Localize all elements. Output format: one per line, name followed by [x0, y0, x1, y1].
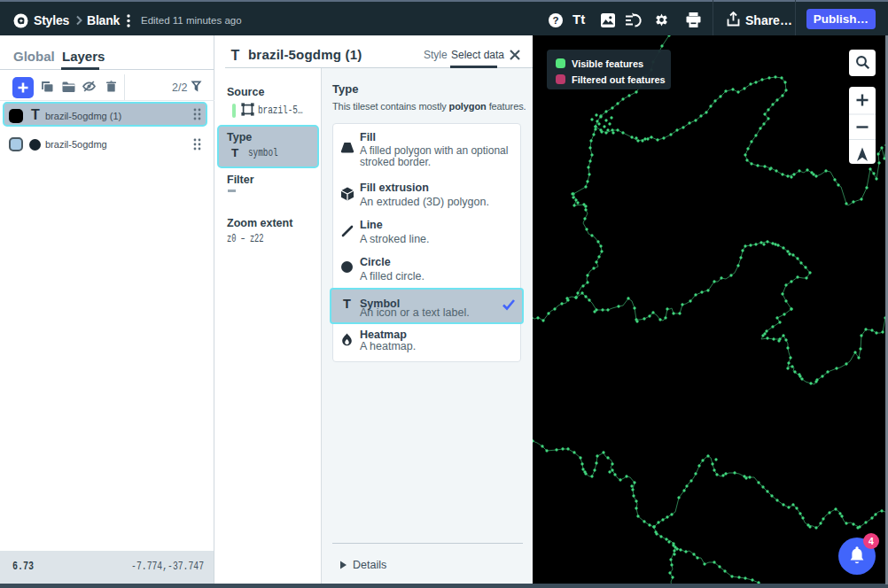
- svg-text:?: ?: [552, 15, 558, 26]
